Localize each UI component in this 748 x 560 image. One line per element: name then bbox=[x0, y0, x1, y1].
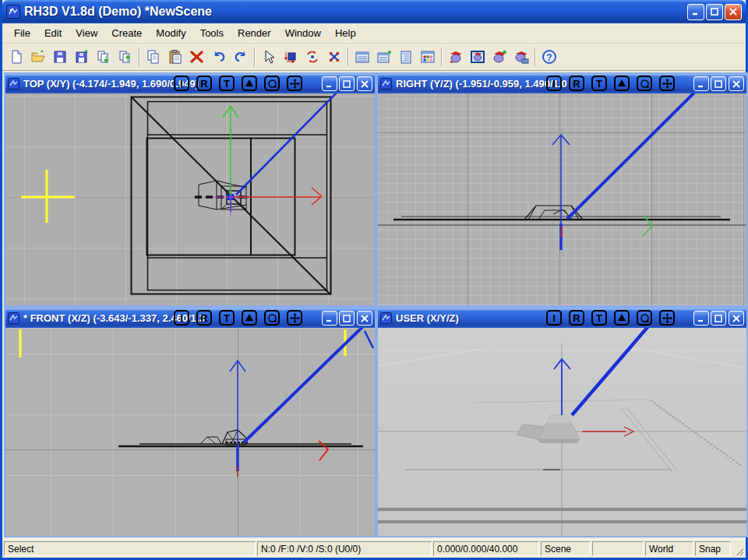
menu-view[interactable]: View bbox=[69, 25, 104, 41]
menu-tools[interactable]: Tools bbox=[193, 25, 231, 41]
app-titlebar[interactable]: RH3D V1.8d (Demo) *NewScene bbox=[2, 0, 746, 23]
vp-minimize-button[interactable] bbox=[322, 311, 337, 326]
vp-render-button[interactable]: R bbox=[569, 76, 584, 91]
viewport-user-canvas[interactable] bbox=[378, 328, 746, 536]
save-icon bbox=[52, 49, 68, 65]
vp-texture-button[interactable]: T bbox=[591, 310, 607, 326]
vp-render-button[interactable]: R bbox=[196, 310, 212, 326]
vp-pan-view-button[interactable] bbox=[659, 76, 675, 91]
menu-edit[interactable]: Edit bbox=[37, 25, 69, 41]
object-list-add-button[interactable] bbox=[373, 47, 395, 68]
toolbar-separator bbox=[535, 48, 536, 66]
vp-info-button[interactable]: I bbox=[174, 310, 189, 326]
vp-pan-view-button[interactable] bbox=[287, 76, 302, 91]
vp-shade-button[interactable] bbox=[614, 310, 630, 326]
rotate-view-icon bbox=[640, 79, 650, 89]
vp-close-button[interactable] bbox=[357, 311, 372, 326]
viewport-top-canvas[interactable] bbox=[5, 93, 375, 305]
viewport-right-canvas[interactable] bbox=[378, 93, 746, 305]
menu-window[interactable]: Window bbox=[278, 25, 328, 41]
viewport-front-titlebar[interactable]: * FRONT (X/Z) (-3.643/-1.337, 2.460/1.3 … bbox=[5, 308, 375, 328]
rotate-button[interactable] bbox=[302, 47, 323, 68]
move-button[interactable] bbox=[280, 47, 302, 68]
paste-icon bbox=[168, 49, 183, 65]
hierarchy-list-button[interactable] bbox=[395, 47, 417, 68]
new-button[interactable] bbox=[5, 47, 27, 68]
vp-maximize-button[interactable] bbox=[711, 76, 726, 91]
vp-info-button[interactable]: I bbox=[546, 310, 562, 326]
vp-close-button[interactable] bbox=[729, 311, 744, 326]
menu-create[interactable]: Create bbox=[104, 25, 149, 41]
viewport-right-titlebar[interactable]: RIGHT (Y/Z) (-1.951/-0.959, 1.490/1.0 I … bbox=[378, 74, 746, 93]
vp-info-button[interactable]: I bbox=[546, 76, 562, 91]
vp-texture-button[interactable]: T bbox=[591, 76, 607, 91]
minimize-button[interactable] bbox=[687, 4, 704, 20]
menu-file[interactable]: File bbox=[7, 25, 37, 41]
redo-icon bbox=[233, 49, 249, 65]
vp-shade-button[interactable] bbox=[242, 76, 257, 91]
copy-button[interactable] bbox=[143, 47, 164, 68]
save-as-button[interactable] bbox=[71, 47, 93, 68]
vp-rotate-view-button[interactable] bbox=[637, 310, 652, 326]
vp-pan-view-button[interactable] bbox=[287, 310, 302, 326]
resize-grip-icon bbox=[734, 546, 744, 556]
menu-modify[interactable]: Modify bbox=[149, 25, 192, 41]
render-add-button[interactable] bbox=[489, 47, 510, 68]
save-button[interactable] bbox=[49, 47, 71, 68]
export-button[interactable] bbox=[115, 47, 136, 68]
vp-maximize-button[interactable] bbox=[711, 311, 726, 326]
minimize-icon bbox=[326, 315, 333, 322]
vp-pan-view-button[interactable] bbox=[659, 310, 675, 326]
vp-rotate-view-button[interactable] bbox=[264, 76, 280, 91]
render-animation-button[interactable] bbox=[510, 47, 532, 68]
viewport-front-canvas[interactable] bbox=[5, 328, 375, 536]
select-button[interactable] bbox=[258, 47, 280, 68]
render-object-button[interactable] bbox=[445, 47, 467, 68]
redo-button[interactable] bbox=[230, 47, 252, 68]
undo-button[interactable] bbox=[208, 47, 230, 68]
vp-maximize-button[interactable] bbox=[339, 76, 355, 91]
vp-texture-button[interactable]: T bbox=[219, 76, 235, 91]
toolbar-separator bbox=[348, 48, 349, 66]
vp-rotate-view-button[interactable] bbox=[264, 310, 280, 326]
open-button[interactable] bbox=[27, 47, 49, 68]
close-button[interactable] bbox=[725, 4, 742, 20]
resize-grip[interactable] bbox=[732, 541, 744, 556]
vp-rotate-view-button[interactable] bbox=[637, 76, 652, 91]
maximize-icon bbox=[710, 7, 719, 16]
right-scene bbox=[378, 93, 746, 305]
delete-button[interactable] bbox=[186, 47, 208, 68]
object-list-button[interactable] bbox=[351, 47, 373, 68]
vp-info-button[interactable]: I bbox=[174, 76, 189, 91]
paste-button[interactable] bbox=[164, 47, 186, 68]
minimize-icon bbox=[691, 7, 700, 16]
front-scene bbox=[5, 328, 375, 536]
vp-shade-button[interactable] bbox=[242, 310, 257, 326]
minimize-icon bbox=[697, 315, 705, 322]
import-button[interactable] bbox=[93, 47, 115, 68]
maximize-button[interactable] bbox=[706, 4, 723, 20]
viewport-icon bbox=[380, 78, 392, 90]
menu-help[interactable]: Help bbox=[328, 25, 363, 41]
scale-button[interactable] bbox=[323, 47, 345, 68]
vp-texture-button[interactable]: T bbox=[219, 310, 235, 326]
vp-minimize-button[interactable] bbox=[693, 311, 709, 326]
vp-shade-button[interactable] bbox=[614, 76, 630, 91]
vp-render-button[interactable]: R bbox=[196, 76, 212, 91]
vp-maximize-button[interactable] bbox=[339, 311, 355, 326]
status-extra bbox=[592, 541, 644, 556]
close-icon bbox=[732, 315, 740, 322]
viewport-top-titlebar[interactable]: TOP (X/Y) (-4.174/-1.949, 1.690/0.949) I… bbox=[5, 74, 375, 93]
render-view-button[interactable] bbox=[467, 47, 489, 68]
viewport-user-titlebar[interactable]: USER (X/Y/Z) I R T bbox=[378, 308, 746, 328]
object-list-icon bbox=[355, 49, 370, 65]
vp-minimize-button[interactable] bbox=[322, 76, 337, 91]
toolbar-separator bbox=[441, 48, 443, 66]
menu-render[interactable]: Render bbox=[231, 25, 278, 41]
help-button[interactable]: ? bbox=[538, 47, 560, 68]
vp-minimize-button[interactable] bbox=[693, 76, 709, 91]
vp-render-button[interactable]: R bbox=[569, 310, 584, 326]
material-palette-button[interactable] bbox=[417, 47, 439, 68]
vp-close-button[interactable] bbox=[357, 76, 372, 91]
vp-close-button[interactable] bbox=[729, 76, 744, 91]
